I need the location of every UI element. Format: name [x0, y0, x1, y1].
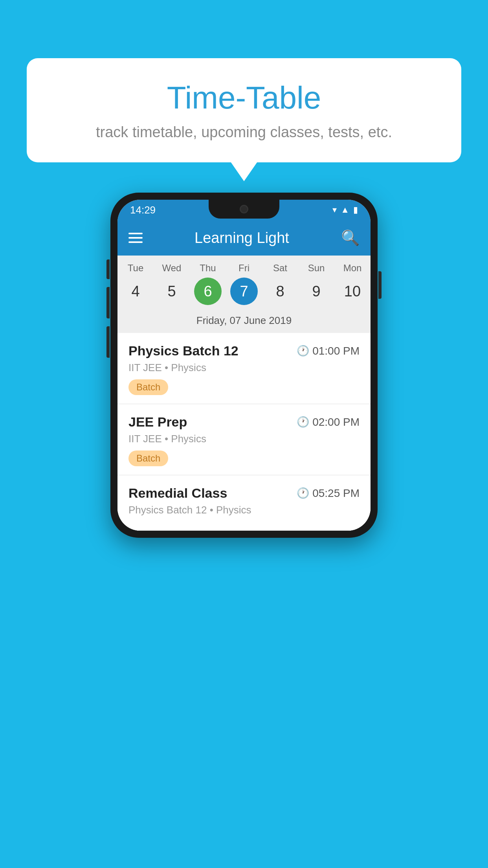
speech-bubble-title: Time-Table: [46, 80, 442, 116]
phone-notch: [209, 200, 279, 219]
app-title: Learning Light: [154, 230, 330, 246]
day-col-9[interactable]: Sun9: [298, 263, 334, 311]
item-title: Remedial Class: [128, 485, 227, 501]
app-bar: Learning Light 🔍: [117, 220, 371, 256]
speech-bubble-container: Time-Table track timetable, upcoming cla…: [27, 58, 461, 162]
volume-button-right: [378, 271, 382, 299]
day-number: 4: [122, 278, 149, 305]
hamburger-menu-button[interactable]: [128, 233, 143, 243]
day-col-5[interactable]: Wed5: [154, 263, 190, 311]
day-name: Tue: [128, 263, 143, 274]
signal-icon: ▲: [341, 205, 349, 215]
day-col-6[interactable]: Thu6: [190, 263, 226, 311]
item-title: JEE Prep: [128, 414, 187, 430]
calendar-strip: Tue4Wed5Thu6Fri7Sat8Sun9Mon10 Friday, 07…: [117, 256, 371, 333]
schedule-list: Physics Batch 12🕐01:00 PMIIT JEE • Physi…: [117, 333, 371, 531]
item-time: 🕐05:25 PM: [297, 487, 360, 500]
speech-bubble: Time-Table track timetable, upcoming cla…: [27, 58, 461, 162]
selected-date: Friday, 07 June 2019: [117, 311, 371, 333]
phone-screen: 14:29 ▾ ▲ ▮ Learning Light 🔍: [117, 200, 371, 531]
day-number: 8: [266, 278, 294, 305]
time-text: 02:00 PM: [312, 416, 360, 428]
item-time: 🕐02:00 PM: [297, 416, 360, 428]
status-icons: ▾ ▲ ▮: [332, 205, 358, 215]
battery-icon: ▮: [353, 205, 358, 215]
day-col-4[interactable]: Tue4: [117, 263, 154, 311]
wifi-icon: ▾: [332, 205, 337, 215]
volume-down-button: [106, 326, 110, 358]
item-subtitle: IIT JEE • Physics: [128, 362, 360, 374]
day-name: Wed: [162, 263, 182, 274]
day-col-8[interactable]: Sat8: [262, 263, 298, 311]
phone-outer: 14:29 ▾ ▲ ▮ Learning Light 🔍: [110, 193, 378, 538]
schedule-item-2[interactable]: Remedial Class🕐05:25 PMPhysics Batch 12 …: [117, 475, 371, 531]
item-header: Remedial Class🕐05:25 PM: [128, 485, 360, 501]
volume-up-button: [106, 287, 110, 318]
item-time: 🕐01:00 PM: [297, 345, 360, 357]
clock-icon: 🕐: [297, 345, 309, 357]
clock-icon: 🕐: [297, 487, 309, 499]
day-name: Sun: [308, 263, 325, 274]
days-row: Tue4Wed5Thu6Fri7Sat8Sun9Mon10: [117, 256, 371, 311]
item-subtitle: Physics Batch 12 • Physics: [128, 504, 360, 516]
day-number: 10: [339, 278, 366, 305]
day-number: 5: [158, 278, 185, 305]
time-text: 01:00 PM: [312, 345, 360, 357]
search-icon[interactable]: 🔍: [341, 229, 360, 246]
clock-icon: 🕐: [297, 416, 309, 428]
status-time: 14:29: [130, 204, 156, 216]
day-number: 6: [194, 278, 222, 305]
day-name: Mon: [343, 263, 362, 274]
time-text: 05:25 PM: [312, 487, 360, 500]
batch-badge: Batch: [128, 379, 168, 395]
item-header: JEE Prep🕐02:00 PM: [128, 414, 360, 430]
phone-camera: [240, 205, 248, 213]
schedule-item-0[interactable]: Physics Batch 12🕐01:00 PMIIT JEE • Physi…: [117, 333, 371, 404]
day-number: 7: [230, 278, 258, 305]
item-subtitle: IIT JEE • Physics: [128, 433, 360, 445]
day-number: 9: [303, 278, 330, 305]
day-col-7[interactable]: Fri7: [226, 263, 262, 311]
item-title: Physics Batch 12: [128, 343, 238, 359]
phone-wrapper: 14:29 ▾ ▲ ▮ Learning Light 🔍: [110, 193, 378, 538]
day-name: Thu: [200, 263, 216, 274]
day-name: Sat: [273, 263, 287, 274]
day-col-10[interactable]: Mon10: [334, 263, 371, 311]
item-header: Physics Batch 12🕐01:00 PM: [128, 343, 360, 359]
batch-badge: Batch: [128, 451, 168, 466]
speech-bubble-subtitle: track timetable, upcoming classes, tests…: [46, 124, 442, 141]
power-button: [106, 259, 110, 279]
day-name: Fri: [238, 263, 250, 274]
schedule-item-1[interactable]: JEE Prep🕐02:00 PMIIT JEE • PhysicsBatch: [117, 404, 371, 475]
